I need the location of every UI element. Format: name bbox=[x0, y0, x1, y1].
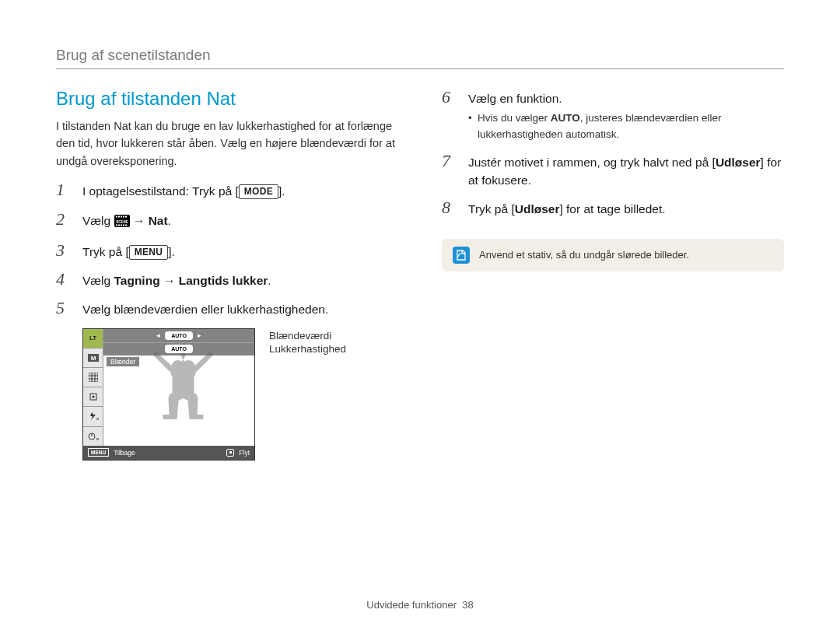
step-6: 6 Vælg en funktion. Hvis du vælger AUTO,… bbox=[442, 88, 784, 142]
svg-text:SCENE: SCENE bbox=[116, 219, 128, 223]
page-footer: Udvidede funktioner 38 bbox=[0, 599, 840, 611]
svg-rect-5 bbox=[125, 215, 127, 217]
lcd-side-labels: Blændeværdi Lukkerhastighed bbox=[269, 328, 346, 461]
silhouette-icon bbox=[142, 341, 216, 446]
shutter-speed-label: Lukkerhastighed bbox=[269, 342, 346, 356]
step-number: 6 bbox=[442, 88, 459, 107]
svg-rect-10 bbox=[125, 224, 127, 226]
nav-icon bbox=[226, 449, 234, 457]
svg-rect-8 bbox=[121, 224, 122, 226]
right-arrow-icon: ▸ bbox=[198, 331, 201, 339]
sidebar-m-icon: M bbox=[83, 349, 103, 368]
intro-text: I tilstanden Nat kan du bruge en lav luk… bbox=[56, 117, 398, 170]
breadcrumb: Brug af scenetilstanden bbox=[56, 47, 784, 64]
step-number: 5 bbox=[56, 299, 73, 317]
note-box: Anvend et stativ, så du undgår slørede b… bbox=[442, 239, 784, 271]
auto-chip: AUTO bbox=[165, 345, 193, 353]
step-text: Tryk på [Udløser] for at tage billedet. bbox=[468, 198, 666, 218]
step-text: Vælg en funktion. Hvis du vælger AUTO, j… bbox=[468, 88, 784, 142]
step-text: I optagelsestilstand: Tryk på [MODE]. bbox=[82, 180, 285, 200]
step-number: 8 bbox=[442, 198, 459, 217]
lcd-sidebar: LT M off off bbox=[83, 329, 103, 446]
svg-point-20 bbox=[92, 396, 94, 398]
step-1: 1 I optagelsestilstand: Tryk på [MODE]. bbox=[56, 180, 398, 200]
step-7: 7 Justér motivet i rammen, og tryk halvt… bbox=[442, 152, 784, 190]
note-text: Anvend et stativ, så du undgår slørede b… bbox=[479, 249, 689, 261]
step-text: Vælg blændeværdien eller lukkerhastighed… bbox=[82, 299, 328, 318]
lt-badge: LT bbox=[83, 329, 103, 349]
step-number: 2 bbox=[56, 210, 73, 229]
svg-rect-7 bbox=[118, 224, 120, 226]
step-2: 2 Vælg SCENE → Nat. bbox=[56, 210, 398, 232]
back-label: Tilbage bbox=[114, 449, 135, 457]
svg-rect-9 bbox=[123, 224, 124, 226]
sub-bullets: Hvis du vælger AUTO, justeres blændeværd… bbox=[468, 110, 784, 142]
step-text: Justér motivet i rammen, og tryk halvt n… bbox=[468, 152, 784, 190]
sidebar-flash-off-icon: off bbox=[83, 407, 103, 426]
shutter-row: AUTO bbox=[103, 342, 254, 356]
page-title: Brug af tilstanden Nat bbox=[56, 88, 398, 110]
note-icon bbox=[453, 247, 470, 264]
lcd-topbar: ◂ AUTO ▸ AUTO bbox=[103, 329, 254, 356]
sidebar-grid-icon bbox=[83, 368, 103, 387]
steps-right: 6 Vælg en funktion. Hvis du vælger AUTO,… bbox=[442, 88, 784, 219]
aperture-row: ◂ AUTO ▸ bbox=[103, 329, 254, 342]
aperture-label: Blænder bbox=[107, 357, 139, 366]
bullet-item: Hvis du vælger AUTO, justeres blændeværd… bbox=[468, 110, 784, 142]
lcd-illustration: LT M off off ◂ bbox=[82, 328, 398, 461]
lcd-viewport: ◂ AUTO ▸ AUTO Blænder bbox=[103, 329, 254, 446]
step-text: Tryk på [MENU]. bbox=[82, 241, 175, 261]
right-column: 6 Vælg en funktion. Hvis du vælger AUTO,… bbox=[442, 88, 784, 461]
mode-key: MODE bbox=[239, 184, 278, 199]
step-text: Vælg SCENE → Nat. bbox=[82, 210, 171, 232]
divider bbox=[56, 68, 784, 69]
step-5: 5 Vælg blændeværdien eller lukkerhastigh… bbox=[56, 299, 398, 318]
svg-rect-1 bbox=[116, 215, 117, 217]
camera-lcd: LT M off off ◂ bbox=[82, 328, 255, 461]
steps-left: 1 I optagelsestilstand: Tryk på [MODE]. … bbox=[56, 180, 398, 318]
svg-rect-3 bbox=[121, 215, 122, 217]
svg-text:off: off bbox=[96, 436, 99, 441]
step-8: 8 Tryk på [Udløser] for at tage billedet… bbox=[442, 198, 784, 218]
svg-text:off: off bbox=[96, 416, 99, 421]
lcd-bottombar: MENU Tilbage Flyt bbox=[83, 446, 254, 460]
svg-rect-2 bbox=[118, 215, 120, 217]
step-text: Vælg Tagning → Langtids lukker. bbox=[82, 270, 271, 289]
content-columns: Brug af tilstanden Nat I tilstanden Nat … bbox=[56, 88, 784, 461]
step-number: 3 bbox=[56, 241, 73, 260]
sidebar-timer-off-icon: off bbox=[83, 427, 103, 446]
svg-rect-14 bbox=[89, 373, 98, 382]
step-4: 4 Vælg Tagning → Langtids lukker. bbox=[56, 270, 398, 289]
svg-rect-6 bbox=[116, 224, 117, 226]
step-3: 3 Tryk på [MENU]. bbox=[56, 241, 398, 261]
move-label: Flyt bbox=[239, 449, 250, 457]
menu-key: MENU bbox=[129, 245, 169, 260]
left-arrow-icon: ◂ bbox=[156, 331, 160, 339]
aperture-value-label: Blændeværdi bbox=[269, 329, 346, 343]
auto-chip: AUTO bbox=[165, 331, 193, 340]
menu-chip: MENU bbox=[88, 448, 109, 457]
scene-icon: SCENE bbox=[114, 214, 130, 232]
step-number: 7 bbox=[442, 152, 459, 170]
svg-text:M: M bbox=[90, 355, 96, 362]
left-column: Brug af tilstanden Nat I tilstanden Nat … bbox=[56, 88, 398, 461]
sidebar-focus-icon bbox=[83, 387, 103, 407]
step-number: 4 bbox=[56, 270, 73, 289]
step-number: 1 bbox=[56, 180, 73, 199]
svg-rect-4 bbox=[123, 215, 124, 217]
